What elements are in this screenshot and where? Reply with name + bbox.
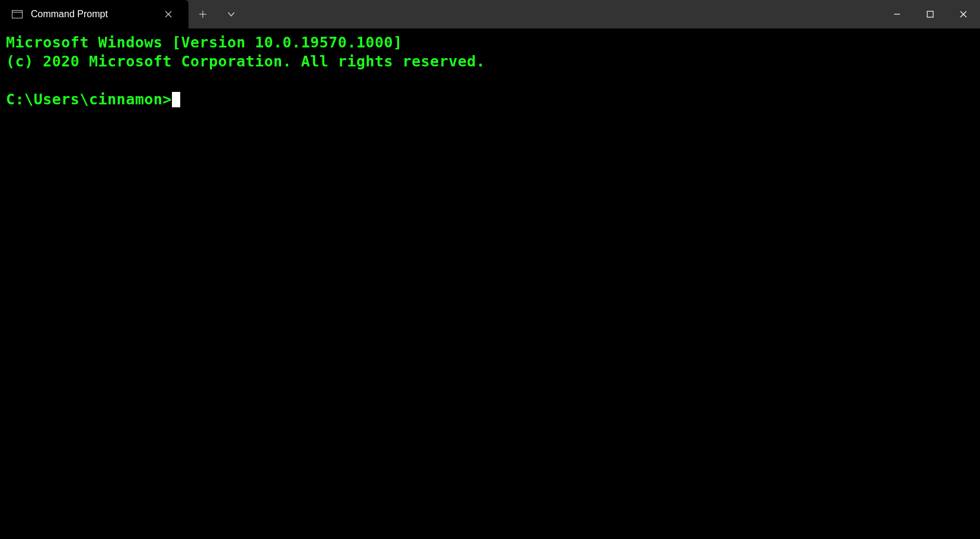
maximize-icon	[926, 10, 934, 18]
tab-dropdown-button[interactable]	[217, 0, 245, 28]
close-tab-button[interactable]	[157, 0, 180, 28]
plus-icon	[199, 10, 207, 18]
chevron-down-icon	[227, 11, 235, 17]
terminal-body[interactable]: Microsoft Windows [Version 10.0.19570.10…	[0, 28, 980, 539]
window-controls	[880, 0, 980, 28]
minimize-icon	[893, 10, 901, 18]
close-icon	[959, 10, 968, 18]
tab-command-prompt[interactable]: Command Prompt	[0, 0, 189, 28]
svg-rect-5	[927, 11, 933, 17]
terminal-line-1: Microsoft Windows [Version 10.0.19570.10…	[6, 33, 974, 52]
tab-actions	[189, 0, 245, 28]
tab-title: Command Prompt	[31, 9, 157, 20]
titlebar-drag-region[interactable]	[245, 0, 880, 28]
new-tab-button[interactable]	[189, 0, 217, 28]
minimize-button[interactable]	[880, 0, 914, 28]
terminal-icon	[12, 10, 23, 18]
titlebar: Command Prompt	[0, 0, 980, 28]
terminal-blank-line	[6, 71, 974, 90]
close-window-button[interactable]	[947, 0, 980, 28]
maximize-button[interactable]	[914, 0, 947, 28]
terminal-prompt-row: C:\Users\cinnamon>	[6, 90, 974, 109]
terminal-cursor	[172, 92, 180, 107]
terminal-prompt: C:\Users\cinnamon>	[6, 90, 172, 109]
close-icon	[165, 11, 172, 18]
terminal-line-2: (c) 2020 Microsoft Corporation. All righ…	[6, 52, 974, 71]
